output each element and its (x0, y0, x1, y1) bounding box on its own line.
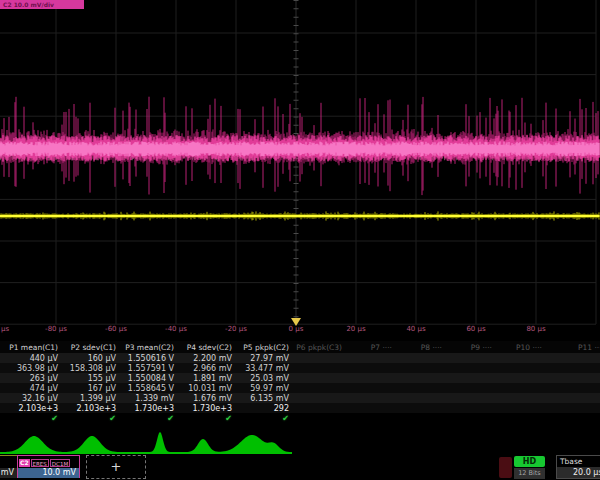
measure-cell-sdev (346, 393, 396, 403)
measure-cell-max (346, 383, 396, 393)
measure-cell-num (396, 403, 446, 413)
time-axis-label: -100 µs (0, 325, 19, 333)
time-axis-label: -40 µs (153, 325, 199, 333)
measure-cell-max: 59.97 mV (236, 383, 293, 393)
measure-cell-min: 1.891 mV (178, 373, 236, 383)
measure-cell-sdev (546, 393, 600, 403)
measure-cell-mean (496, 363, 546, 373)
measure-cell-value: 440 µV (0, 353, 62, 363)
time-axis-label: 80 µs (513, 325, 559, 333)
measure-cell-value (346, 353, 396, 363)
measure-cell-max (496, 383, 546, 393)
measure-column-header[interactable]: P8 ···· (396, 341, 446, 353)
measure-cell-value: 160 µV (62, 353, 120, 363)
time-axis-label: -80 µs (33, 325, 79, 333)
measure-cell-min: 263 µV (0, 373, 62, 383)
measure-cell-sdev: 1.676 mV (178, 393, 236, 403)
measure-cell-value (496, 353, 546, 363)
measure-status-check (293, 413, 346, 424)
measure-status-check: ✔ (120, 413, 178, 424)
measure-cell-mean (396, 363, 446, 373)
bit-depth-label: 12 Bits (514, 468, 545, 479)
timebase-label: Tbase (557, 456, 600, 467)
measure-cell-sdev (446, 393, 496, 403)
measure-column-header[interactable]: P1 mean(C1) (0, 341, 62, 353)
measure-cell-max: 1.558645 V (120, 383, 178, 393)
measure-status-check (346, 413, 396, 424)
measure-cell-sdev: 1.339 mV (120, 393, 178, 403)
measure-cell-max (446, 383, 496, 393)
measure-cell-min: 25.03 mV (236, 373, 293, 383)
c2-volts-per-div[interactable]: 10.0 mV (18, 468, 79, 478)
measure-cell-max (546, 383, 600, 393)
measure-column-header[interactable]: P7 ···· (346, 341, 396, 353)
measure-column-header[interactable]: P4 sdev(C2) (178, 341, 236, 353)
channel-descriptor-c2[interactable]: C2 ERES DC1M 10.0 mV (17, 455, 80, 478)
trigger-status-indicator[interactable] (499, 457, 512, 478)
measure-cell-min (496, 373, 546, 383)
add-trace-button[interactable]: + (86, 455, 146, 479)
measure-cell-num (346, 403, 396, 413)
measure-cell-min (446, 373, 496, 383)
c1-volts-per-div[interactable]: 20.0 mV (0, 468, 17, 478)
measure-cell-mean (546, 363, 600, 373)
measure-column-header[interactable]: P10 ···· (496, 341, 546, 353)
measure-cell-num: 1.730e+3 (120, 403, 178, 413)
measure-cell-min (546, 373, 600, 383)
measure-cell-max (396, 383, 446, 393)
measure-cell-sdev: 1.399 µV (62, 393, 120, 403)
measure-cell-num (446, 403, 496, 413)
c2-coupling-tag: DC1M (50, 459, 70, 467)
measure-table: P1 mean(C1)P2 sdev(C1)P3 mean(C2)P4 sdev… (0, 341, 600, 424)
measure-column-header[interactable]: P6 pkpk(C3) (293, 341, 346, 353)
measure-cell-min (293, 373, 346, 383)
measure-column-header[interactable]: P11 ···· (546, 341, 600, 353)
measure-cell-sdev (293, 393, 346, 403)
measure-cell-num: 1.730e+3 (178, 403, 236, 413)
c2-channel-label: C2 (19, 459, 30, 467)
time-axis-label: 40 µs (393, 325, 439, 333)
channel-descriptor-c1[interactable]: C1 DC1M 20.0 mV (0, 455, 18, 478)
time-axis-label: -20 µs (213, 325, 259, 333)
measure-cell-sdev (496, 393, 546, 403)
hd-mode-badge[interactable]: HD (514, 456, 545, 467)
measure-cell-max (293, 383, 346, 393)
measure-cell-num (546, 403, 600, 413)
c2-eres-tag: ERES (31, 459, 49, 467)
measurement-histicon (0, 432, 292, 454)
measure-cell-value: 2.200 mV (178, 353, 236, 363)
measure-cell-num (496, 403, 546, 413)
measure-cell-mean: 33.477 mV (236, 363, 293, 373)
measure-status-check: ✔ (178, 413, 236, 424)
measure-cell-value: 1.550616 V (120, 353, 178, 363)
measure-column-header[interactable]: P2 sdev(C1) (62, 341, 120, 353)
measure-cell-num: 292 (236, 403, 293, 413)
measure-cell-sdev: 32.16 µV (0, 393, 62, 403)
measure-cell-min: 155 µV (62, 373, 120, 383)
measure-cell-num: 2.103e+3 (0, 403, 62, 413)
measure-cell-mean (446, 363, 496, 373)
measure-cell-num: 2.103e+3 (62, 403, 120, 413)
measure-status-check (396, 413, 446, 424)
measure-cell-value (546, 353, 600, 363)
measure-column-header[interactable]: P5 pkpk(C2) (236, 341, 293, 353)
measure-cell-value (446, 353, 496, 363)
measure-cell-mean: 1.557591 V (120, 363, 178, 373)
measure-cell-sdev (396, 393, 446, 403)
measure-status-check: ✔ (0, 413, 62, 424)
measure-cell-sdev: 6.135 mV (236, 393, 293, 403)
measure-cell-mean (293, 363, 346, 373)
trace-label-chip[interactable]: C2 10.0 mV/div (0, 0, 84, 9)
timebase-value[interactable]: 20.0 µs/div (557, 467, 600, 478)
measure-column-header[interactable]: P3 mean(C2) (120, 341, 178, 353)
measure-cell-value: 27.97 mV (236, 353, 293, 363)
measure-cell-max: 10.031 mV (178, 383, 236, 393)
time-axis-label: -60 µs (93, 325, 139, 333)
measure-cell-max: 474 µV (0, 383, 62, 393)
time-axis-label: 0 µs (273, 325, 319, 333)
measure-column-header[interactable]: P9 ···· (446, 341, 496, 353)
measure-cell-mean: 2.966 mV (178, 363, 236, 373)
measure-status-check: ✔ (62, 413, 120, 424)
timebase-descriptor[interactable]: Tbase 20.0 µs/div (556, 455, 600, 479)
measure-status-check (446, 413, 496, 424)
